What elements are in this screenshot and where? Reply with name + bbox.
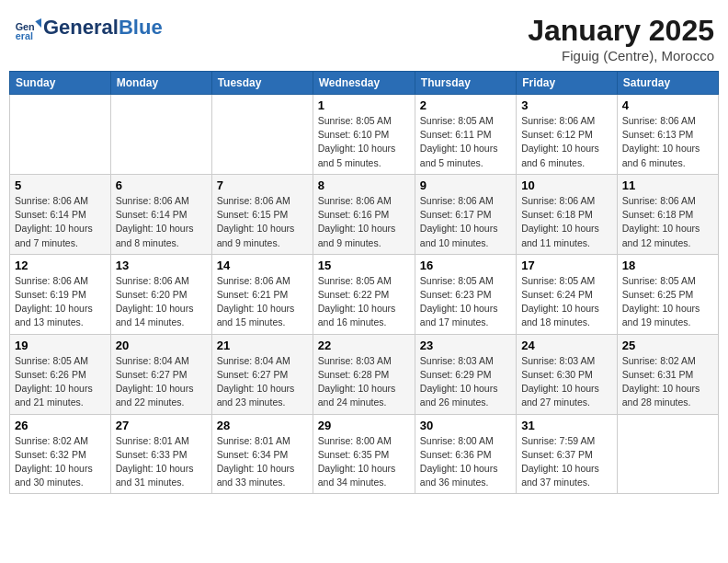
location-subtitle: Figuig (Centre), Morocco bbox=[528, 48, 714, 63]
day-number: 20 bbox=[116, 339, 207, 352]
calendar-cell: 7Sunrise: 8:06 AMSunset: 6:15 PMDaylight… bbox=[211, 174, 313, 254]
calendar-cell: 4Sunrise: 8:06 AMSunset: 6:13 PMDaylight… bbox=[617, 95, 718, 175]
day-number: 2 bbox=[420, 98, 511, 112]
day-info: Sunrise: 8:02 AMSunset: 6:31 PMDaylight:… bbox=[622, 354, 713, 410]
day-number: 28 bbox=[217, 419, 308, 432]
day-number: 25 bbox=[622, 339, 713, 352]
day-info: Sunrise: 8:03 AMSunset: 6:28 PMDaylight:… bbox=[318, 354, 410, 410]
calendar-cell: 10Sunrise: 8:06 AMSunset: 6:18 PMDayligh… bbox=[517, 174, 618, 254]
day-number: 11 bbox=[622, 178, 713, 192]
day-info: Sunrise: 8:04 AMSunset: 6:27 PMDaylight:… bbox=[217, 354, 308, 410]
calendar-cell: 22Sunrise: 8:03 AMSunset: 6:28 PMDayligh… bbox=[313, 334, 415, 414]
calendar-cell: 11Sunrise: 8:06 AMSunset: 6:18 PMDayligh… bbox=[617, 174, 718, 254]
day-info: Sunrise: 8:06 AMSunset: 6:16 PMDaylight:… bbox=[318, 194, 410, 250]
day-number: 21 bbox=[217, 339, 308, 352]
day-info: Sunrise: 8:05 AMSunset: 6:22 PMDaylight:… bbox=[318, 274, 410, 330]
calendar-week-row: 1Sunrise: 8:05 AMSunset: 6:10 PMDaylight… bbox=[10, 95, 719, 175]
day-info: Sunrise: 8:05 AMSunset: 6:24 PMDaylight:… bbox=[521, 274, 612, 330]
day-info: Sunrise: 8:03 AMSunset: 6:30 PMDaylight:… bbox=[521, 354, 612, 410]
day-info: Sunrise: 8:06 AMSunset: 6:18 PMDaylight:… bbox=[622, 194, 713, 250]
day-number: 22 bbox=[318, 339, 410, 352]
day-info: Sunrise: 8:06 AMSunset: 6:15 PMDaylight:… bbox=[217, 194, 308, 250]
calendar-cell: 9Sunrise: 8:06 AMSunset: 6:17 PMDaylight… bbox=[415, 174, 516, 254]
day-number: 24 bbox=[521, 339, 612, 352]
day-info: Sunrise: 8:06 AMSunset: 6:18 PMDaylight:… bbox=[521, 194, 612, 250]
day-number: 5 bbox=[15, 178, 106, 192]
calendar-week-row: 26Sunrise: 8:02 AMSunset: 6:32 PMDayligh… bbox=[10, 414, 719, 494]
calendar-table: SundayMondayTuesdayWednesdayThursdayFrid… bbox=[9, 71, 719, 494]
calendar-cell: 20Sunrise: 8:04 AMSunset: 6:27 PMDayligh… bbox=[110, 334, 211, 414]
logo-icon: Gen eral bbox=[14, 14, 41, 41]
day-info: Sunrise: 8:06 AMSunset: 6:21 PMDaylight:… bbox=[217, 274, 308, 330]
day-info: Sunrise: 8:02 AMSunset: 6:32 PMDaylight:… bbox=[15, 434, 106, 490]
day-number: 6 bbox=[116, 178, 207, 192]
calendar-cell: 19Sunrise: 8:05 AMSunset: 6:26 PMDayligh… bbox=[10, 334, 111, 414]
calendar-cell bbox=[10, 95, 111, 175]
calendar-cell: 8Sunrise: 8:06 AMSunset: 6:16 PMDaylight… bbox=[313, 174, 415, 254]
calendar-cell: 13Sunrise: 8:06 AMSunset: 6:20 PMDayligh… bbox=[110, 254, 211, 334]
day-info: Sunrise: 8:05 AMSunset: 6:23 PMDaylight:… bbox=[420, 274, 511, 330]
day-info: Sunrise: 8:03 AMSunset: 6:29 PMDaylight:… bbox=[420, 354, 511, 410]
day-number: 15 bbox=[318, 259, 410, 272]
day-number: 9 bbox=[420, 178, 511, 192]
day-info: Sunrise: 8:00 AMSunset: 6:36 PMDaylight:… bbox=[420, 434, 511, 490]
svg-text:eral: eral bbox=[16, 30, 33, 41]
calendar-cell: 27Sunrise: 8:01 AMSunset: 6:33 PMDayligh… bbox=[110, 414, 211, 494]
day-number: 12 bbox=[15, 259, 106, 272]
title-block: January 2025 Figuig (Centre), Morocco bbox=[528, 14, 714, 63]
month-title: January 2025 bbox=[528, 14, 714, 48]
calendar-cell: 24Sunrise: 8:03 AMSunset: 6:30 PMDayligh… bbox=[517, 334, 618, 414]
calendar-header-tuesday: Tuesday bbox=[211, 72, 313, 95]
day-info: Sunrise: 8:06 AMSunset: 6:20 PMDaylight:… bbox=[116, 274, 207, 330]
day-number: 27 bbox=[116, 419, 207, 432]
calendar-header-wednesday: Wednesday bbox=[313, 72, 415, 95]
day-number: 18 bbox=[622, 259, 713, 272]
day-info: Sunrise: 8:05 AMSunset: 6:11 PMDaylight:… bbox=[420, 114, 511, 170]
day-number: 14 bbox=[217, 259, 308, 272]
logo: Gen eral GeneralBlue bbox=[14, 14, 163, 41]
day-info: Sunrise: 8:06 AMSunset: 6:17 PMDaylight:… bbox=[420, 194, 511, 250]
calendar-week-row: 19Sunrise: 8:05 AMSunset: 6:26 PMDayligh… bbox=[10, 334, 719, 414]
day-info: Sunrise: 8:06 AMSunset: 6:13 PMDaylight:… bbox=[622, 114, 713, 170]
calendar-cell: 21Sunrise: 8:04 AMSunset: 6:27 PMDayligh… bbox=[211, 334, 313, 414]
calendar-week-row: 5Sunrise: 8:06 AMSunset: 6:14 PMDaylight… bbox=[10, 174, 719, 254]
day-info: Sunrise: 8:06 AMSunset: 6:12 PMDaylight:… bbox=[521, 114, 612, 170]
day-number: 8 bbox=[318, 178, 410, 192]
day-number: 4 bbox=[622, 98, 713, 112]
day-number: 10 bbox=[521, 178, 612, 192]
day-info: Sunrise: 7:59 AMSunset: 6:37 PMDaylight:… bbox=[521, 434, 612, 490]
day-number: 29 bbox=[318, 419, 410, 432]
calendar-cell: 6Sunrise: 8:06 AMSunset: 6:14 PMDaylight… bbox=[110, 174, 211, 254]
calendar-cell: 23Sunrise: 8:03 AMSunset: 6:29 PMDayligh… bbox=[415, 334, 516, 414]
calendar-cell: 15Sunrise: 8:05 AMSunset: 6:22 PMDayligh… bbox=[313, 254, 415, 334]
day-info: Sunrise: 8:06 AMSunset: 6:14 PMDaylight:… bbox=[15, 194, 106, 250]
calendar-cell bbox=[211, 95, 313, 175]
day-info: Sunrise: 8:05 AMSunset: 6:10 PMDaylight:… bbox=[318, 114, 410, 170]
page-header: Gen eral GeneralBlue January 2025 Figuig… bbox=[9, 9, 719, 63]
calendar-cell: 16Sunrise: 8:05 AMSunset: 6:23 PMDayligh… bbox=[415, 254, 516, 334]
day-number: 31 bbox=[521, 419, 612, 432]
day-info: Sunrise: 8:04 AMSunset: 6:27 PMDaylight:… bbox=[116, 354, 207, 410]
day-number: 1 bbox=[318, 98, 410, 112]
day-info: Sunrise: 8:06 AMSunset: 6:14 PMDaylight:… bbox=[116, 194, 207, 250]
calendar-cell: 30Sunrise: 8:00 AMSunset: 6:36 PMDayligh… bbox=[415, 414, 516, 494]
calendar-cell: 17Sunrise: 8:05 AMSunset: 6:24 PMDayligh… bbox=[517, 254, 618, 334]
day-info: Sunrise: 8:01 AMSunset: 6:34 PMDaylight:… bbox=[217, 434, 308, 490]
calendar-cell bbox=[110, 95, 211, 175]
calendar-cell: 2Sunrise: 8:05 AMSunset: 6:11 PMDaylight… bbox=[415, 95, 516, 175]
day-number: 19 bbox=[15, 339, 106, 352]
calendar-header-row: SundayMondayTuesdayWednesdayThursdayFrid… bbox=[10, 72, 719, 95]
calendar-cell bbox=[617, 414, 718, 494]
day-number: 17 bbox=[521, 259, 612, 272]
calendar-header-friday: Friday bbox=[517, 72, 618, 95]
calendar-cell: 25Sunrise: 8:02 AMSunset: 6:31 PMDayligh… bbox=[617, 334, 718, 414]
day-number: 26 bbox=[15, 419, 106, 432]
calendar-header-thursday: Thursday bbox=[415, 72, 516, 95]
calendar-cell: 31Sunrise: 7:59 AMSunset: 6:37 PMDayligh… bbox=[517, 414, 618, 494]
day-info: Sunrise: 8:00 AMSunset: 6:35 PMDaylight:… bbox=[318, 434, 410, 490]
calendar-cell: 28Sunrise: 8:01 AMSunset: 6:34 PMDayligh… bbox=[211, 414, 313, 494]
calendar-header-monday: Monday bbox=[110, 72, 211, 95]
calendar-cell: 12Sunrise: 8:06 AMSunset: 6:19 PMDayligh… bbox=[10, 254, 111, 334]
day-number: 16 bbox=[420, 259, 511, 272]
calendar-cell: 18Sunrise: 8:05 AMSunset: 6:25 PMDayligh… bbox=[617, 254, 718, 334]
